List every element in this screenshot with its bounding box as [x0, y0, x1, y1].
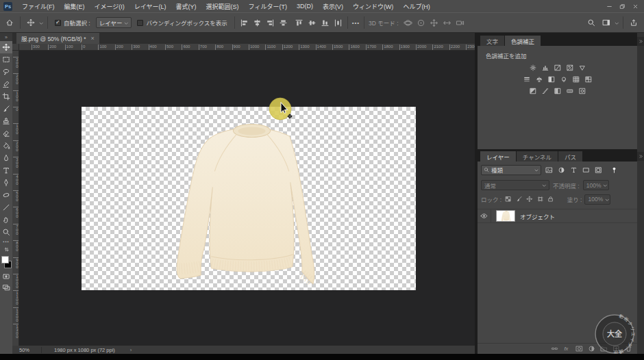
tab-layers[interactable]: レイヤー	[480, 151, 516, 162]
lock-transparency[interactable]	[504, 195, 512, 203]
tools-panel-header[interactable]: »	[0, 33, 12, 41]
menu-3d[interactable]: 3D(D)	[292, 0, 318, 12]
status-options-button[interactable]: ›	[130, 347, 132, 353]
menu-view[interactable]: 表示(V)	[318, 0, 348, 12]
move-tool-preset[interactable]	[25, 18, 37, 27]
lasso-tool[interactable]	[0, 66, 12, 78]
type-tool[interactable]	[0, 164, 12, 177]
canvas-pasteboard[interactable]	[19, 51, 475, 346]
3d-camera-button[interactable]	[455, 18, 465, 28]
menu-window[interactable]: ウィンドウ(W)	[348, 0, 399, 12]
adj-threshold[interactable]	[553, 86, 562, 96]
adj-invert[interactable]	[528, 86, 538, 96]
layer-effects-button[interactable]: fx	[563, 345, 571, 352]
align-middle-button[interactable]	[278, 18, 288, 28]
adj-posterize[interactable]	[541, 86, 550, 96]
search-button[interactable]	[585, 18, 597, 27]
filter-toggle[interactable]	[610, 166, 619, 175]
menu-help[interactable]: ヘルプ(H)	[398, 0, 435, 12]
quick-mask-button[interactable]	[0, 271, 12, 282]
vertical-ruler[interactable]: 3002001000100200300400500600700800900100…	[12, 51, 19, 346]
close-button[interactable]	[629, 1, 642, 12]
link-layers-button[interactable]	[551, 345, 558, 352]
pen-tool[interactable]	[0, 177, 12, 189]
layer-filter-dropdown[interactable]: 種類	[481, 165, 541, 175]
show-bounding-box-checkbox[interactable]: バウンディングボックスを表示	[137, 18, 227, 27]
lock-artboard[interactable]	[536, 195, 545, 203]
align-left-button[interactable]	[239, 18, 249, 28]
marquee-tool[interactable]	[0, 53, 12, 66]
adj-black-white[interactable]	[547, 75, 556, 84]
align-center-h-button[interactable]	[252, 18, 262, 28]
adj-photo-filter[interactable]	[559, 75, 569, 84]
layer-thumbnail[interactable]	[496, 210, 515, 222]
adj-brightness-contrast[interactable]	[528, 63, 538, 73]
filter-pixel-layers[interactable]	[545, 166, 554, 175]
auto-select-checkbox[interactable]: 自動選択 :	[55, 18, 90, 27]
3d-orbit-button[interactable]	[403, 18, 413, 28]
menu-select[interactable]: 選択範囲(S)	[201, 0, 244, 12]
filter-type-layers[interactable]	[569, 166, 578, 175]
minimize-button[interactable]	[603, 1, 616, 12]
filter-adjustment-layers[interactable]	[557, 166, 566, 175]
adj-selective-color[interactable]	[578, 86, 587, 96]
adj-color-balance[interactable]	[534, 75, 544, 84]
lock-all[interactable]	[547, 195, 555, 203]
adj-levels[interactable]	[541, 63, 550, 73]
opacity-field[interactable]: 100%	[583, 180, 609, 190]
distribute-bottom-button[interactable]	[320, 18, 330, 28]
close-tab-button[interactable]: ×	[91, 35, 95, 42]
adj-color-lookup[interactable]	[584, 75, 593, 84]
clone-stamp-tool[interactable]	[0, 115, 12, 127]
tab-adjustments[interactable]: 色調補正	[505, 36, 541, 47]
distribute-center-button[interactable]	[307, 18, 317, 28]
3d-roll-button[interactable]	[416, 18, 426, 28]
paint-bucket-tool[interactable]	[0, 140, 12, 152]
align-right-button[interactable]	[265, 18, 275, 28]
menu-image[interactable]: イメージ(I)	[90, 0, 129, 12]
line-tool[interactable]	[0, 201, 12, 214]
horizontal-ruler[interactable]: 3002001000100200300400500600700800900100…	[19, 44, 475, 51]
adj-exposure[interactable]	[565, 63, 575, 73]
layer-row[interactable]: オブジェクト	[478, 209, 637, 223]
share-button[interactable]	[628, 18, 640, 27]
home-button[interactable]	[3, 18, 16, 27]
zoom-tool[interactable]	[0, 226, 12, 238]
restore-button[interactable]	[616, 1, 629, 12]
3d-slide-button[interactable]	[442, 18, 452, 28]
eraser-tool[interactable]	[0, 127, 12, 140]
blend-mode-dropdown[interactable]: 通常	[481, 180, 549, 190]
object-selection-tool[interactable]	[0, 78, 12, 90]
document-tab[interactable]: 服.png @ 50% (RGB/8) * ×	[16, 33, 99, 44]
menu-layer[interactable]: レイヤー(L)	[129, 0, 171, 12]
workspace-toggle-button[interactable]	[600, 18, 612, 27]
adj-curves[interactable]	[553, 63, 562, 73]
edit-toolbar-button[interactable]: •••	[0, 238, 12, 245]
tab-character[interactable]: 文字	[480, 36, 504, 47]
adj-hue-saturation[interactable]	[522, 75, 532, 84]
lock-paint[interactable]	[515, 195, 523, 203]
distribute-top-button[interactable]	[294, 18, 304, 28]
collapse-panel-button[interactable]	[637, 152, 644, 161]
brush-tool[interactable]	[0, 103, 12, 115]
lock-position[interactable]	[525, 195, 534, 203]
3d-pan-button[interactable]	[429, 18, 439, 28]
canvas-document[interactable]	[82, 107, 416, 290]
sponge-tool[interactable]	[0, 189, 12, 201]
move-tool[interactable]	[0, 41, 12, 53]
adj-vibrance[interactable]	[578, 63, 587, 73]
swap-colors-button[interactable]	[0, 245, 12, 253]
blur-tool[interactable]	[0, 152, 12, 164]
adj-gradient-map[interactable]	[565, 86, 575, 96]
more-options-button[interactable]: •••	[352, 20, 360, 26]
filter-smart-objects[interactable]	[594, 166, 603, 175]
menu-edit[interactable]: 編集(E)	[60, 0, 90, 12]
menu-type[interactable]: 書式(Y)	[171, 0, 201, 12]
screen-mode-button[interactable]	[0, 282, 12, 293]
adj-channel-mixer[interactable]	[571, 75, 581, 84]
tab-paths[interactable]: パス	[558, 151, 582, 162]
collapse-panel-button[interactable]	[637, 37, 644, 46]
layer-visibility-toggle[interactable]	[478, 209, 491, 222]
zoom-level-field[interactable]: 50%	[19, 347, 38, 353]
menu-file[interactable]: ファイル(F)	[17, 0, 60, 12]
